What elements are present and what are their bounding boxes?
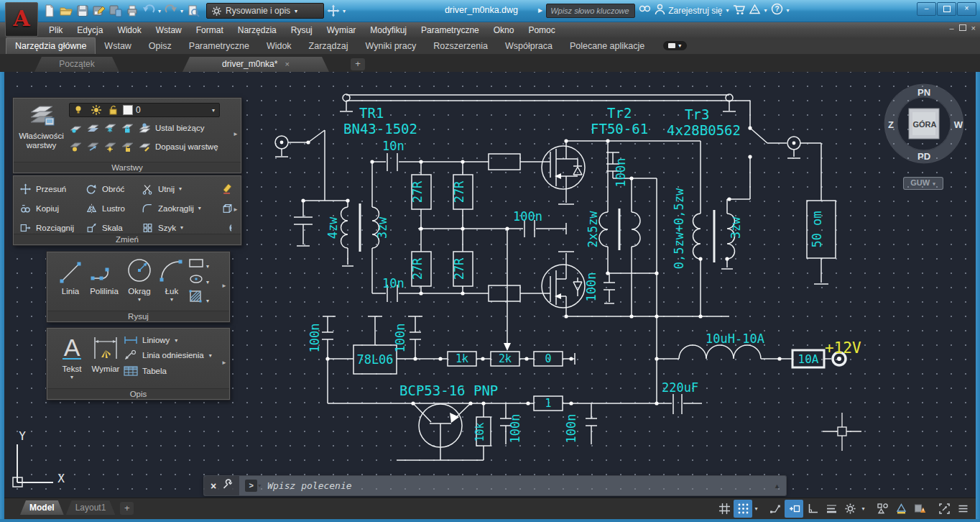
layer-snowflake-icon[interactable] — [103, 122, 117, 134]
layer-off-icon[interactable] — [69, 141, 83, 152]
store-cart-icon[interactable] — [733, 4, 746, 18]
snap-mode-icon[interactable] — [734, 500, 752, 518]
line-button[interactable]: Linia — [55, 258, 86, 296]
save-icon[interactable] — [75, 3, 90, 19]
hatch-button[interactable]: ▾ — [188, 290, 210, 304]
mdi-close-icon[interactable]: × — [971, 24, 976, 32]
polar-tracking-icon[interactable] — [766, 500, 785, 518]
offset-button[interactable] — [218, 222, 236, 234]
menu-wstaw[interactable]: Wstaw — [149, 25, 189, 35]
help-icon[interactable]: ? — [771, 3, 783, 18]
ribbon-tab-polecane-aplikacje[interactable]: Polecane aplikacje — [561, 38, 653, 54]
modify-panel-title[interactable]: Zmień — [14, 234, 241, 244]
new-file-icon[interactable] — [42, 3, 57, 19]
fillet-button[interactable]: Zaokrąglij ▾ — [141, 203, 218, 214]
trim-button[interactable]: Utnij ▾ — [141, 183, 218, 195]
menu-parametryczne[interactable]: Parametryczne — [414, 25, 486, 35]
table-button[interactable]: Tabela — [124, 366, 213, 376]
ellipse-button[interactable]: ▾ — [188, 274, 210, 285]
ribbon-tab-wyniki-pracy[interactable]: Wyniki pracy — [357, 38, 425, 54]
a360-dropdown-icon[interactable]: ▾ — [764, 7, 768, 14]
dynamic-input-icon[interactable] — [785, 500, 803, 518]
ortho-mode-icon[interactable] — [803, 500, 822, 518]
polyline-button[interactable]: Polilinia — [86, 258, 122, 296]
menu-widok[interactable]: Widok — [110, 25, 148, 35]
close-doc-tab-icon[interactable]: × — [285, 60, 289, 68]
new-doc-tab-button[interactable]: + — [351, 58, 365, 70]
redo-icon[interactable] — [163, 3, 178, 19]
menu-modyfikuj[interactable]: Modyfikuj — [363, 25, 414, 35]
command-input[interactable] — [266, 480, 768, 492]
layer-properties-button[interactable]: Właściwości warstwy — [17, 104, 65, 158]
layer-lock-icon[interactable] — [121, 122, 134, 134]
settings-gear-icon[interactable] — [841, 500, 859, 518]
arc-button[interactable]: Łuk ▾ — [157, 257, 187, 304]
ribbon-tab-rozszerzenia[interactable]: Rozszerzenia — [425, 38, 496, 54]
save-as-icon[interactable] — [91, 3, 106, 19]
layout1-tab[interactable]: Layout1 — [66, 500, 116, 515]
erase-button[interactable] — [218, 183, 236, 195]
ribbon-tab-opisz[interactable]: Opisz — [140, 38, 180, 54]
settings-dropdown-icon[interactable]: ▾ — [859, 505, 867, 512]
workspace-selector[interactable]: Rysowanie i opis ▾ — [206, 3, 324, 19]
grid-display-icon[interactable] — [715, 500, 734, 518]
annotation-monitor-icon[interactable] — [910, 500, 929, 518]
layer-thaw-all-icon[interactable] — [103, 141, 117, 152]
ribbon-tab-wspolpraca[interactable]: Współpraca — [496, 38, 561, 54]
sign-in-link[interactable]: Zarejestruj się — [668, 6, 722, 16]
layers-panel-title[interactable]: Warstwy — [14, 162, 241, 172]
menu-format[interactable]: Format — [189, 25, 231, 35]
open-file-icon[interactable] — [58, 3, 73, 19]
layers-panel-expand-icon[interactable]: ► — [233, 131, 239, 137]
text-button[interactable]: A Tekst ▾ — [57, 334, 86, 382]
viewcube-ucs-menu[interactable]: GUW ▾ — [903, 177, 943, 190]
copy-button[interactable]: Kopiuj — [19, 203, 85, 214]
layer-selector[interactable]: 0 ▾ — [69, 103, 220, 117]
dimension-button[interactable]: Wymiar — [89, 334, 122, 373]
viewcube[interactable]: GÓRA PN PD Z W — [883, 78, 966, 186]
viewcube-south-label[interactable]: PD — [917, 151, 930, 162]
match-layer-label[interactable]: Dopasuj warstwę — [155, 142, 218, 151]
viewcube-north-label[interactable]: PN — [917, 87, 930, 98]
ribbon-tab-zarzadzaj[interactable]: Zarządzaj — [300, 38, 357, 54]
rectangle-button[interactable]: ▾ — [188, 258, 210, 270]
annotate-panel-title[interactable]: Opis — [47, 388, 229, 398]
set-current-label[interactable]: Ustal bieżący — [155, 124, 204, 132]
mdi-minimize-icon[interactable]: – — [949, 24, 953, 32]
ribbon-tab-narzedzia-glowne[interactable]: Narzędzia główne — [6, 37, 96, 54]
a360-icon[interactable] — [749, 4, 761, 18]
ribbon-tab-wstaw[interactable]: Wstaw — [96, 38, 140, 54]
viewcube-west-label[interactable]: Z — [888, 119, 894, 130]
menu-plik[interactable]: Plik — [42, 25, 70, 35]
export-icon[interactable] — [108, 3, 123, 19]
annotation-scale-icon[interactable] — [892, 500, 910, 518]
minimize-button[interactable]: – — [917, 2, 936, 16]
mirror-button[interactable]: Lustro — [85, 203, 141, 214]
layer-freeze-icon[interactable] — [86, 122, 100, 134]
layer-restore-icon[interactable] — [86, 141, 100, 152]
doc-tab-driver-m0nka[interactable]: driver_m0nka*× — [182, 57, 329, 72]
menu-edycja[interactable]: Edycja — [70, 25, 110, 35]
doc-tab-poczatek[interactable]: Początek — [34, 57, 119, 72]
viewcube-east-label[interactable]: W — [954, 119, 963, 130]
undo-icon[interactable] — [141, 3, 156, 19]
user-icon[interactable] — [655, 4, 665, 18]
undo-dropdown-icon[interactable]: ▾ — [157, 8, 162, 14]
help-dropdown-icon[interactable]: ▾ — [786, 7, 790, 14]
layer-isolate-icon[interactable] — [69, 122, 83, 134]
maximize-button[interactable] — [937, 2, 956, 16]
clean-screen-icon[interactable] — [935, 500, 953, 518]
customization-menu-icon[interactable] — [953, 500, 972, 518]
qat-customize-icon[interactable]: ▾ — [342, 8, 346, 14]
command-prompt-icon[interactable]: > — [245, 480, 257, 492]
model-tab[interactable]: Model — [20, 500, 64, 515]
menu-wymiar[interactable]: Wymiar — [320, 25, 364, 35]
sign-in-dropdown-icon[interactable]: ▾ — [726, 7, 730, 14]
menu-narzedzia[interactable]: Narzędzia — [231, 25, 284, 35]
layer-unlock-all-icon[interactable] — [121, 141, 134, 152]
print-icon[interactable] — [124, 3, 139, 19]
infocenter-pin-icon[interactable]: ▶ — [537, 7, 543, 14]
lineweight-icon[interactable] — [822, 500, 841, 518]
leader-button[interactable]: Linia odniesienia ▾ — [124, 350, 213, 360]
modify-panel-expand-icon[interactable]: ► — [233, 206, 239, 213]
